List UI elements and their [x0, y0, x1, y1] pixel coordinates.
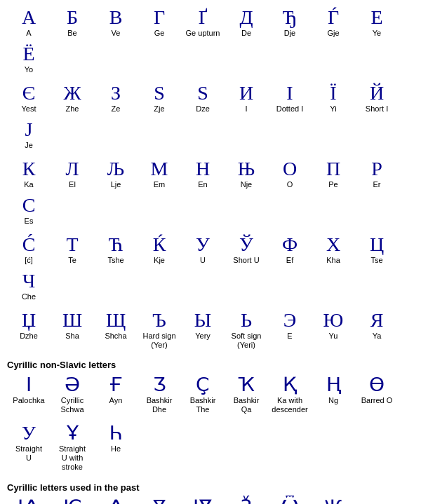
cyrillic-letter: У: [22, 423, 36, 444]
letter-name: Straight U with stroke: [59, 444, 86, 472]
cyrillic-letter: S: [197, 83, 208, 104]
cyrillic-letter: З: [111, 83, 121, 104]
letter-cell: ЪHard sign (Yer): [138, 308, 181, 351]
letter-name: Yery: [195, 332, 210, 341]
cyrillic-letter: Ё: [22, 43, 34, 65]
cyrillic-letter: Ӏ: [26, 374, 32, 396]
cyrillic-letter: Ф: [282, 234, 298, 256]
cyrillic-letter: Ѭ: [193, 497, 213, 504]
cyrillic-letter: Ь: [241, 310, 252, 332]
letter-name: E: [287, 332, 292, 341]
cyrillic-letter: Т: [66, 234, 78, 256]
cyrillic-letter: Б: [67, 7, 78, 29]
letter-cell: ЦTse: [355, 233, 399, 266]
letter-cell: РEr: [355, 157, 399, 191]
letter-cell: ХKha: [312, 233, 355, 266]
letter-name: Hard sign (Yer): [142, 332, 175, 350]
cyrillic-letter: Ѩ: [18, 497, 40, 504]
letter-name: Yest: [21, 104, 36, 114]
letter-cell: JJe: [7, 118, 51, 151]
letter-cell: ЏDzhe: [7, 308, 51, 351]
cyrillic-letter: В: [109, 7, 123, 29]
cyrillic-letter: Ѯ: [240, 497, 253, 504]
letter-name: O: [287, 180, 293, 189]
letter-name: He: [111, 444, 121, 454]
letter-cell: ИI: [225, 81, 268, 115]
letter-cell: ѪYus big: [138, 496, 181, 504]
letter-name: Ng: [328, 396, 338, 405]
letter-row: УStraight UҰStraight U with strokeҺHe: [7, 421, 414, 476]
letter-cell: ЋTshe: [94, 233, 138, 266]
letter-name: Short I: [366, 104, 388, 114]
letter-name: Ya: [373, 332, 382, 341]
letter-cell: ЙShort I: [355, 81, 399, 115]
letter-cell: ҠBashkir Qa: [225, 373, 268, 416]
cyrillic-letter: Ъ: [152, 310, 166, 332]
letter-name: Palochka: [13, 396, 44, 405]
letter-cell: ДDe: [225, 6, 268, 39]
letter-cell: ПPe: [312, 157, 355, 191]
cyrillic-letter: М: [151, 158, 168, 180]
letter-cell: ӠBashkir Dhe: [138, 373, 181, 416]
cyrillic-letter: Ў: [239, 234, 253, 256]
letter-cell: ЅZje: [138, 81, 181, 115]
cyrillic-letter: Ч: [22, 271, 35, 292]
cyrillic-letter: Ө: [369, 374, 385, 396]
letter-name: Che: [22, 292, 36, 301]
cyrillic-letter: Ҫ: [196, 374, 210, 396]
cyrillic-letter: Ғ: [109, 374, 123, 396]
letter-cell: ЯYa: [355, 308, 399, 351]
letter-cell: ѰPsi: [312, 496, 355, 504]
cyrillic-letter: Є: [22, 83, 35, 104]
letter-row: ЄYestЖZheЗZeЅZjeSDzeИIІDotted IЇYiЙShort…: [7, 81, 414, 154]
letter-name: Dzhe: [20, 332, 38, 341]
letter-name: Zje: [154, 104, 164, 114]
section-title-historical: Cyrillic letters used in the past: [7, 482, 414, 493]
letter-name: U: [200, 256, 206, 265]
letter-name: Be: [67, 29, 76, 38]
letter-cell: ІDotted I: [268, 81, 312, 115]
letter-name: Ge: [154, 29, 165, 38]
letter-cell: ЃGje: [312, 6, 355, 39]
letter-name: Dje: [284, 29, 296, 38]
cyrillic-letter: Ҡ: [238, 374, 255, 396]
letter-row: КKaЛElЉLjeМEmНEnЊNjeОOПPeРErСEs: [7, 157, 414, 230]
cyrillic-letter: Ћ: [109, 234, 123, 256]
cyrillic-letter: Ć: [22, 234, 36, 256]
letter-cell: ѦYus small: [94, 496, 138, 504]
cyrillic-letter: С: [22, 195, 36, 217]
letter-cell: ЊNje: [225, 157, 268, 191]
letter-cell: СEs: [7, 193, 51, 227]
cyrillic-letter: Ѓ: [328, 7, 339, 29]
letter-name: A: [26, 29, 31, 38]
cyrillic-letter: Ѫ: [152, 497, 167, 504]
cyrillic-letter: Ґ: [199, 7, 208, 29]
letter-cell: ЄYest: [7, 81, 51, 115]
letter-cell: ЕYe: [355, 6, 399, 39]
cyrillic-letter: Я: [370, 310, 384, 332]
letter-name: Kha: [326, 256, 340, 265]
letter-cell: ЫYery: [181, 308, 225, 351]
letter-name: Bashkir Dhe: [147, 396, 173, 414]
letter-cell: ЬSoft sign (Yeri): [225, 308, 268, 351]
letter-name: El: [69, 180, 76, 189]
cyrillic-letter: Ж: [63, 83, 81, 104]
cyrillic-letter: И: [239, 83, 253, 104]
letter-cell: АA: [7, 6, 51, 39]
cyrillic-letter: Й: [370, 83, 384, 104]
cyrillic-letter: Е: [370, 7, 382, 29]
cyrillic-letter: П: [326, 158, 340, 180]
letter-name: Er: [373, 180, 381, 189]
letter-name: Es: [25, 217, 34, 226]
letter-cell: ЂDje: [268, 6, 312, 39]
letter-name: [ć]: [25, 256, 33, 265]
cyrillic-letter: Һ: [109, 423, 123, 444]
cyrillic-letter: Х: [326, 234, 340, 256]
letter-name: Yi: [330, 104, 336, 114]
cyrillic-letter: Ѱ: [325, 497, 342, 504]
cyrillic-letter: Э: [283, 310, 296, 332]
letter-cell: ВVe: [94, 6, 138, 39]
letter-name: Ayn: [109, 396, 123, 405]
letter-name: Ve: [112, 29, 121, 38]
letter-cell: НEn: [181, 157, 225, 191]
